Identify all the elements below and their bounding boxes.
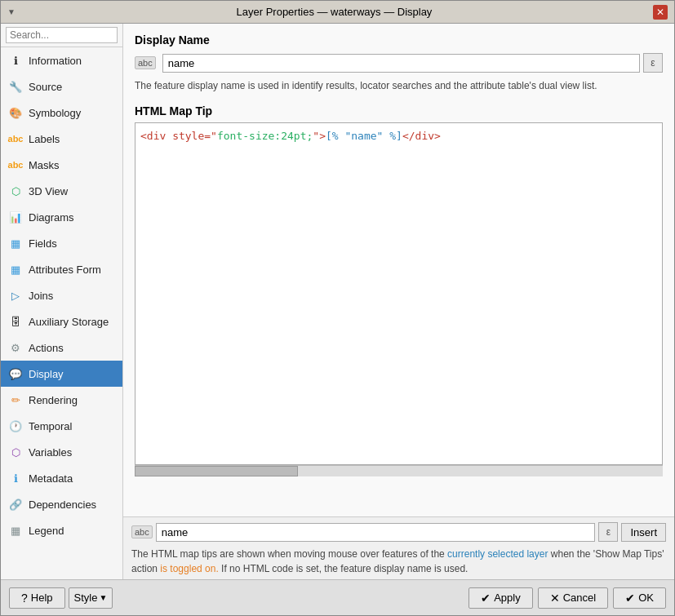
sidebar-item-label-legend: Legend <box>29 525 64 537</box>
help-button[interactable]: ? Help <box>9 587 65 609</box>
sidebar-item-dependencies[interactable]: 🔗Dependencies <box>1 491 122 517</box>
cancel-button[interactable]: ✕ Cancel <box>538 587 608 609</box>
sidebar-item-label-3dview: 3D View <box>29 185 68 197</box>
style-dropdown-arrow: ▼ <box>99 593 107 602</box>
temporal-icon: 🕐 <box>7 418 24 434</box>
ok-label: OK <box>638 592 654 604</box>
metadata-icon: ℹ <box>7 470 24 486</box>
sidebar-item-auxiliarystorage[interactable]: 🗄Auxiliary Storage <box>1 308 122 335</box>
panel-body: Display Name abc ε The feature display n… <box>123 24 674 516</box>
titlebar-left: ▼ <box>7 7 16 16</box>
sidebar-item-display[interactable]: 💬Display <box>1 361 122 387</box>
sidebar-item-label-auxiliarystorage: Auxiliary Storage <box>29 316 109 328</box>
sidebar-items-container: ℹInformation🔧Source🎨SymbologyabcLabelsab… <box>1 47 122 543</box>
bottom-help-text: The HTML map tips are shown when moving … <box>131 547 666 576</box>
sidebar-item-temporal[interactable]: 🕐Temporal <box>1 413 122 439</box>
display-name-section-title: Display Name <box>135 33 663 47</box>
code-line-1: <div style="font-size:24pt;">[% "name" %… <box>140 128 657 144</box>
legend-icon: ▦ <box>7 522 24 538</box>
insert-button[interactable]: Insert <box>621 523 666 542</box>
code-text-content: [% "name" %] <box>326 130 402 142</box>
style-label: Style <box>74 592 98 604</box>
ok-icon: ✔ <box>625 592 635 605</box>
sidebar-item-label-rendering: Rendering <box>29 394 78 406</box>
sidebar-item-joins[interactable]: ▷Joins <box>1 282 122 308</box>
sidebar-item-label-joins: Joins <box>29 290 53 302</box>
sidebar-item-diagrams[interactable]: 📊Diagrams <box>1 204 122 230</box>
search-input[interactable] <box>6 27 118 43</box>
bottom-help-highlight-2: is toggled on. <box>160 563 218 574</box>
ok-button[interactable]: ✔ OK <box>613 587 666 609</box>
cancel-label: Cancel <box>563 592 596 604</box>
footer-left: ? Help Style ▼ <box>9 587 113 609</box>
variables-icon: ⬡ <box>7 444 24 460</box>
sidebar-item-label-information: Information <box>29 55 82 67</box>
source-icon: 🔧 <box>7 78 24 95</box>
cancel-icon: ✕ <box>550 592 560 605</box>
3dview-icon: ⬡ <box>7 183 24 199</box>
sidebar-item-rendering[interactable]: ✏Rendering <box>1 387 122 413</box>
code-tag-mid: "> <box>313 130 326 142</box>
sidebar-item-label-masks: Masks <box>29 159 60 171</box>
sidebar-item-fields[interactable]: ▦Fields <box>1 230 122 256</box>
titlebar: ▼ Layer Properties — waterways — Display… <box>1 1 674 24</box>
field-abc-label: abc <box>135 56 156 69</box>
sidebar-item-label-diagrams: Diagrams <box>29 211 74 224</box>
apply-label: Apply <box>494 592 521 604</box>
actions-icon: ⚙ <box>7 339 24 356</box>
main-window: ▼ Layer Properties — waterways — Display… <box>0 0 675 616</box>
sidebar-item-label-symbology: Symbology <box>29 107 81 119</box>
help-label: Help <box>31 592 53 604</box>
apply-icon: ✔ <box>481 592 491 605</box>
sidebar-item-metadata[interactable]: ℹMetadata <box>1 465 122 491</box>
bottom-help-highlight-1: currently selected layer <box>447 548 548 560</box>
sidebar-item-legend[interactable]: ▦Legend <box>1 517 122 543</box>
sidebar-item-information[interactable]: ℹInformation <box>1 47 122 73</box>
sidebar-item-label-temporal: Temporal <box>29 420 72 432</box>
sidebar-item-masks[interactable]: abcMasks <box>1 152 122 178</box>
display-name-row: abc ε <box>135 53 663 73</box>
sidebar-item-source[interactable]: 🔧Source <box>1 73 122 100</box>
sidebar-item-attributesform[interactable]: ▦Attributes Form <box>1 256 122 282</box>
sidebar-item-symbology[interactable]: 🎨Symbology <box>1 100 122 126</box>
sidebar-item-variables[interactable]: ⬡Variables <box>1 439 122 465</box>
close-button[interactable]: ✕ <box>653 5 668 20</box>
fields-icon: ▦ <box>7 235 24 251</box>
sidebar-item-label-actions: Actions <box>29 342 64 354</box>
main-panel: Display Name abc ε The feature display n… <box>123 24 674 579</box>
search-box <box>1 24 122 47</box>
bottom-field-input[interactable] <box>156 523 596 542</box>
code-tag-open: <div style=" <box>140 130 217 142</box>
sidebar-item-label-fields: Fields <box>29 237 57 250</box>
sidebar-item-3dview[interactable]: ⬡3D View <box>1 178 122 204</box>
code-editor[interactable]: <div style="font-size:24pt;">[% "name" %… <box>135 122 663 465</box>
bottom-field-abc-label: abc <box>131 525 153 538</box>
titlebar-arrow[interactable]: ▼ <box>7 7 16 16</box>
style-button[interactable]: Style ▼ <box>69 587 113 609</box>
code-editor-scrollbar[interactable] <box>135 465 663 476</box>
bottom-expression-button[interactable]: ε <box>598 522 618 542</box>
apply-button[interactable]: ✔ Apply <box>469 587 533 609</box>
sidebar-item-labels[interactable]: abcLabels <box>1 126 122 152</box>
bottom-field-row: abc ε Insert <box>131 522 666 542</box>
symbology-icon: 🎨 <box>7 104 24 121</box>
footer-right: ✔ Apply ✕ Cancel ✔ OK <box>469 587 666 609</box>
labels-icon: abc <box>7 131 24 147</box>
sidebar-item-label-attributesform: Attributes Form <box>29 264 101 276</box>
footer: ? Help Style ▼ ✔ Apply ✕ Cancel ✔ OK <box>1 579 674 615</box>
joins-icon: ▷ <box>7 287 24 304</box>
sidebar-item-actions[interactable]: ⚙Actions <box>1 335 122 361</box>
auxiliarystorage-icon: 🗄 <box>7 313 24 330</box>
sidebar-item-label-labels: Labels <box>29 133 60 145</box>
expression-button[interactable]: ε <box>643 53 663 73</box>
bottom-help-text-3: If no HTML code is set, the feature disp… <box>219 563 469 574</box>
sidebar-item-label-metadata: Metadata <box>29 472 73 485</box>
attributesform-icon: ▦ <box>7 261 24 277</box>
dependencies-icon: 🔗 <box>7 496 24 512</box>
sidebar-item-label-variables: Variables <box>29 446 72 459</box>
sidebar-item-label-source: Source <box>29 81 62 93</box>
display-name-input[interactable] <box>162 54 640 73</box>
sidebar: ℹInformation🔧Source🎨SymbologyabcLabelsab… <box>1 24 123 579</box>
panel-bottom: abc ε Insert The HTML map tips are shown… <box>123 516 674 579</box>
diagrams-icon: 📊 <box>7 209 24 225</box>
